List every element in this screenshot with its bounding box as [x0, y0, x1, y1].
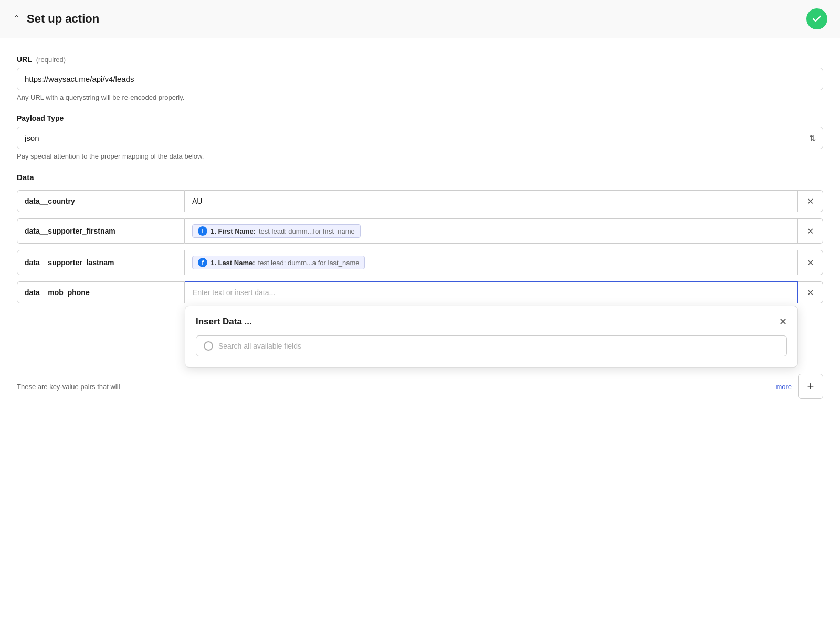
payload-type-field-group: Payload Type json form xml ⇅ Pay special…: [17, 114, 823, 160]
badge-value-lastname: test lead: dumm...a for last_name: [258, 259, 360, 267]
facebook-icon-2: f: [198, 258, 207, 267]
data-value-lastname: f 1. Last Name: test lead: dumm...a for …: [185, 250, 798, 275]
data-rows: data__country AU ✕ data__supporter_first…: [17, 190, 823, 303]
table-row: data__country AU ✕: [17, 190, 823, 212]
add-data-row-button[interactable]: +: [798, 374, 823, 399]
search-radio-icon: [204, 341, 213, 351]
url-label: URL (required): [17, 55, 823, 64]
phone-input[interactable]: [193, 288, 790, 297]
remove-firstname-button[interactable]: ✕: [798, 218, 823, 244]
data-key-phone: data__mob_phone: [17, 281, 185, 303]
insert-data-close-button[interactable]: ✕: [779, 317, 787, 327]
remove-country-button[interactable]: ✕: [798, 190, 823, 212]
data-key-country: data__country: [17, 190, 185, 212]
payload-type-select-wrapper: json form xml ⇅: [17, 127, 823, 149]
url-field-group: URL (required) Any URL with a querystrin…: [17, 55, 823, 101]
url-input[interactable]: [17, 68, 823, 90]
payload-type-hint: Pay special attention to the proper mapp…: [17, 152, 823, 160]
collapse-icon[interactable]: ⌃: [13, 13, 20, 25]
table-row: data__mob_phone ✕: [17, 281, 823, 303]
insert-data-header: Insert Data ... ✕: [196, 317, 787, 327]
data-key-firstname: data__supporter_firstnam: [17, 218, 185, 244]
content-area: URL (required) Any URL with a querystrin…: [0, 38, 840, 399]
check-circle-button[interactable]: [806, 8, 827, 29]
data-section: Data data__country AU ✕ data__supporter_…: [17, 173, 823, 399]
badge-label-lastname: 1. Last Name:: [211, 259, 255, 267]
data-hint-text: These are key-value pairs that will: [17, 383, 120, 391]
more-link[interactable]: more: [776, 383, 792, 391]
firstname-badge: f 1. First Name: test lead: dumm...for f…: [192, 224, 361, 238]
data-section-label: Data: [17, 173, 823, 182]
main-container: ⌃ Set up action URL (required) Any URL w…: [0, 0, 840, 619]
table-row: data__supporter_firstnam f 1. First Name…: [17, 218, 823, 244]
url-required-text: (required): [36, 56, 66, 64]
header-left: ⌃ Set up action: [13, 12, 99, 26]
remove-lastname-button[interactable]: ✕: [798, 250, 823, 275]
data-value-country: AU: [185, 190, 798, 212]
country-value-text: AU: [192, 197, 202, 205]
search-input[interactable]: [218, 342, 779, 350]
insert-data-title: Insert Data ...: [196, 317, 252, 327]
table-row: data__supporter_lastnam f 1. Last Name: …: [17, 250, 823, 275]
url-hint: Any URL with a querystring will be re-en…: [17, 93, 823, 101]
insert-data-popup: Insert Data ... ✕: [185, 306, 798, 368]
search-container[interactable]: [196, 335, 787, 356]
lastname-badge: f 1. Last Name: test lead: dumm...a for …: [192, 256, 365, 269]
badge-label-firstname: 1. First Name:: [211, 227, 256, 235]
data-key-lastname: data__supporter_lastnam: [17, 250, 185, 275]
data-value-phone[interactable]: [185, 281, 798, 303]
badge-value-firstname: test lead: dumm...for first_name: [259, 227, 355, 235]
facebook-icon: f: [198, 226, 207, 236]
page-title: Set up action: [27, 12, 99, 26]
data-bottom-row: These are key-value pairs that will more…: [17, 374, 823, 399]
remove-phone-button[interactable]: ✕: [798, 281, 823, 303]
data-value-firstname: f 1. First Name: test lead: dumm...for f…: [185, 218, 798, 244]
payload-type-label: Payload Type: [17, 114, 823, 122]
header: ⌃ Set up action: [0, 0, 840, 38]
payload-type-select[interactable]: json form xml: [17, 127, 823, 149]
